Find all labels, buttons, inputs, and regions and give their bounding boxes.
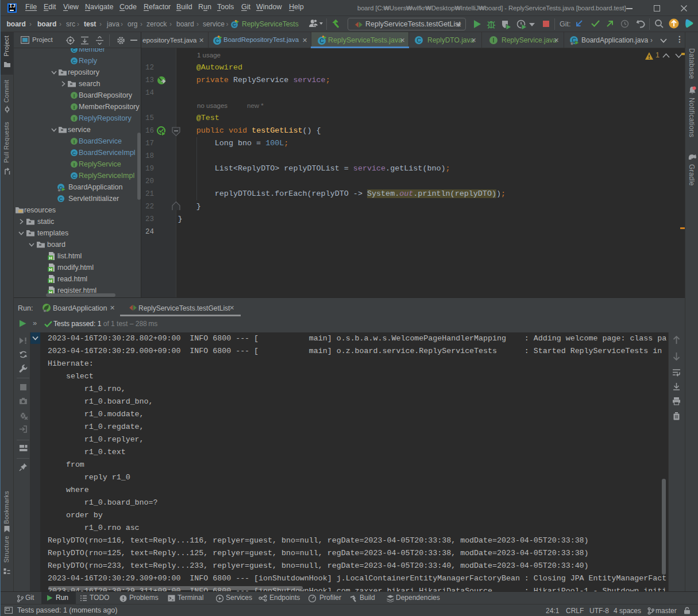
svg-text:C: C bbox=[417, 37, 421, 44]
svg-text:C: C bbox=[233, 22, 237, 28]
svg-text:C: C bbox=[72, 59, 76, 64]
svg-text:I: I bbox=[74, 116, 75, 122]
svg-text:C: C bbox=[319, 38, 323, 44]
svg-text:I: I bbox=[74, 139, 75, 145]
svg-text:H: H bbox=[49, 255, 52, 261]
svg-text:C: C bbox=[72, 48, 76, 53]
svg-text:I: I bbox=[74, 104, 75, 110]
svg-text:C: C bbox=[72, 173, 76, 179]
svg-text:I: I bbox=[74, 162, 75, 168]
svg-text:H: H bbox=[49, 267, 52, 272]
svg-text:I: I bbox=[493, 37, 495, 44]
svg-text:C: C bbox=[215, 38, 219, 44]
svg-text:H: H bbox=[49, 278, 52, 284]
svg-text:I: I bbox=[74, 93, 75, 99]
svg-text:C: C bbox=[59, 196, 63, 202]
svg-text:C: C bbox=[72, 150, 76, 156]
